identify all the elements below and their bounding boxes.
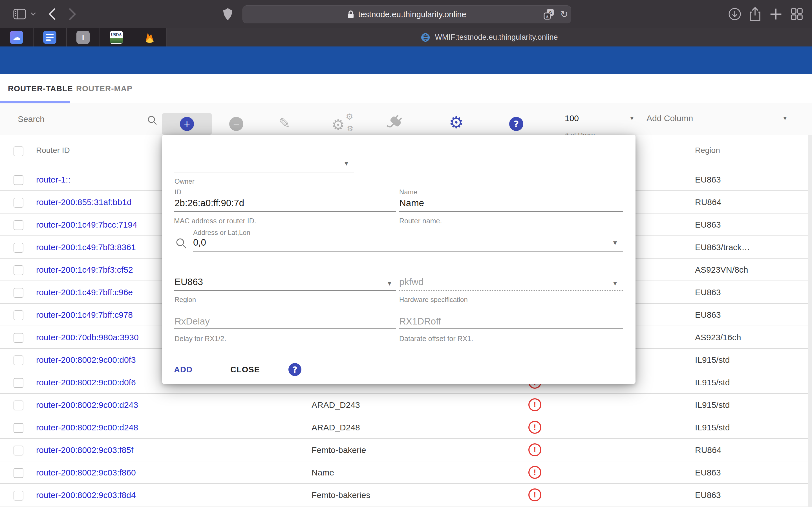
router-id-link[interactable]: router-200:8002:9c00:d243 (36, 400, 138, 410)
router-id-link[interactable]: router-200:1c49:7bcc:7194 (36, 220, 137, 230)
table-row: router-200:8002:9c00:d243ARAD_D243!IL915… (0, 394, 812, 416)
reload-icon[interactable]: ↻ (557, 0, 571, 28)
gear-icon[interactable]: ⚙ (449, 113, 463, 132)
router-region: EU863 (695, 490, 721, 500)
table-toolbar: + − ✎ ⚙ ⚙ ⚙ ⚙ ? 100 ▼ Add Column (0, 103, 812, 135)
active-tab[interactable]: WMIF:testnode.eu.thingularity.online (167, 28, 812, 47)
row-checkbox[interactable] (13, 378, 23, 388)
address-label: Address or Lat,Lon (193, 229, 250, 237)
router-id-link[interactable]: router-200:8002:9c03:f85f (36, 445, 133, 455)
router-id-link[interactable]: router-200:1c49:7bff:c96e (36, 288, 133, 297)
router-region: RU864 (695, 445, 721, 455)
warning-icon[interactable]: ! (528, 443, 541, 456)
pinned-tab-icloud[interactable]: ☁ (10, 31, 23, 44)
svg-text:a: a (546, 14, 549, 18)
download-icon[interactable] (727, 0, 743, 28)
sidebar-toggle-icon[interactable] (11, 0, 28, 28)
router-id-link[interactable]: router-200:8002:9c03:f8d4 (36, 490, 136, 500)
hardware-select[interactable]: pkfwd (399, 277, 423, 287)
new-tab-icon[interactable] (768, 0, 784, 28)
back-icon[interactable] (45, 0, 59, 28)
browser-titlebar: testnode.eu.thingularity.online A a ↻ (0, 0, 812, 28)
gears-icon[interactable]: ⚙ ⚙ ⚙ (332, 112, 359, 134)
pinned-tab-letter[interactable]: I (77, 31, 90, 44)
rows-per-page-select[interactable]: 100 ▼ (564, 109, 635, 129)
warning-icon[interactable]: ! (528, 421, 541, 434)
warning-icon[interactable]: ! (528, 489, 541, 501)
chevron-down-icon: ▼ (630, 116, 633, 121)
forward-icon[interactable] (65, 0, 80, 28)
row-checkbox[interactable] (13, 175, 23, 185)
add-button[interactable]: ADD (174, 365, 193, 374)
owner-select[interactable] (174, 172, 354, 172)
rx1droff-input[interactable]: RX1DRoff (399, 316, 441, 327)
pinned-tab-docs[interactable] (43, 31, 56, 44)
row-checkbox[interactable] (13, 243, 23, 252)
plug-icon[interactable] (386, 114, 404, 133)
name-label: Name (399, 188, 417, 196)
scrollbar[interactable] (808, 135, 812, 507)
row-checkbox[interactable] (13, 288, 23, 298)
warning-icon[interactable]: ! (528, 398, 541, 411)
question-circle-icon[interactable]: ? (289, 363, 301, 376)
region-select[interactable]: EU863 (174, 277, 203, 287)
router-id-link[interactable]: router-200:8002:9c00:d248 (36, 423, 138, 432)
router-id-link[interactable]: router-200:8002:9c00:d0f3 (36, 355, 136, 365)
address-input[interactable]: 0,0 (193, 237, 206, 248)
add-column-select[interactable]: Add Column ▼ (646, 109, 789, 129)
warning-icon[interactable]: ! (528, 466, 541, 479)
tab-router-table[interactable]: ROUTER-TABLE (8, 74, 73, 103)
router-id-link[interactable]: router-200:1c49:7bf3:8361 (36, 242, 136, 252)
letter-tile-icon: I (82, 33, 84, 42)
router-id-link[interactable]: router-200:1c49:7bff:c978 (36, 310, 133, 320)
row-checkbox[interactable] (13, 491, 23, 501)
router-id-link[interactable]: router-200:855:31af:bb1d (36, 198, 132, 207)
plus-circle-icon[interactable]: + (180, 117, 194, 131)
router-region: IL915/std (695, 423, 730, 432)
tab-overview-icon[interactable] (789, 0, 805, 28)
search-field[interactable] (15, 109, 158, 129)
row-checkbox[interactable] (13, 220, 23, 230)
table-row: router-200:8002:9c03:f860Name!EU863 (0, 461, 812, 484)
usda-icon: USDA (111, 32, 121, 38)
row-checkbox[interactable] (13, 355, 23, 365)
router-id-link[interactable]: router-200:1c49:7bf3:cf52 (36, 265, 133, 275)
router-name: ARAD_D243 (312, 400, 360, 410)
row-checkbox[interactable] (13, 333, 23, 343)
close-button[interactable]: CLOSE (231, 365, 260, 374)
id-input[interactable]: 2b:26:a0:ff:90:7d (174, 198, 244, 209)
row-checkbox[interactable] (13, 446, 23, 455)
minus-circle-icon[interactable]: − (229, 117, 243, 131)
row-checkbox[interactable] (13, 198, 23, 208)
table-row: router-200:8002:9c03:f85fFemto-bakerie!R… (0, 439, 812, 461)
rxdelay-input[interactable]: RxDelay (174, 316, 210, 327)
router-region: EU863 (695, 175, 721, 184)
globe-icon (421, 33, 430, 42)
table-row: router-200:8002:9c00:d248ARAD_D248!IL915… (0, 416, 812, 439)
shield-icon[interactable] (221, 0, 235, 28)
router-id-link[interactable]: router-200:8002:9c00:d0f6 (36, 378, 136, 387)
question-circle-icon[interactable]: ? (509, 117, 523, 131)
name-input[interactable]: Name (399, 198, 424, 209)
row-checkbox[interactable] (13, 265, 23, 275)
owner-label: Owner (174, 177, 195, 185)
router-id-link[interactable]: router-200:70db:980a:3930 (36, 333, 139, 342)
router-id-link[interactable]: router-1:: (36, 175, 70, 184)
row-checkbox[interactable] (13, 423, 23, 433)
pinned-tab-usda[interactable]: USDA (110, 31, 123, 44)
address-bar[interactable]: testnode.eu.thingularity.online (243, 5, 571, 23)
share-icon[interactable] (747, 0, 763, 28)
row-checkbox[interactable] (13, 468, 23, 478)
translate-icon[interactable]: A a (542, 0, 557, 28)
tab-router-map[interactable]: ROUTER-MAP (76, 74, 133, 103)
search-input[interactable] (17, 114, 142, 124)
row-checkbox[interactable] (13, 400, 23, 410)
pinned-tab-firebase[interactable] (143, 31, 156, 44)
router-region: AS923/16ch (695, 333, 741, 342)
chevron-down-icon: ▼ (345, 161, 348, 166)
router-id-link[interactable]: router-200:8002:9c03:f860 (36, 468, 136, 477)
row-checkbox[interactable] (13, 311, 23, 320)
chevron-down-icon[interactable] (29, 0, 38, 28)
select-all-checkbox[interactable] (13, 147, 23, 156)
pencil-icon[interactable]: ✎ (278, 115, 290, 131)
